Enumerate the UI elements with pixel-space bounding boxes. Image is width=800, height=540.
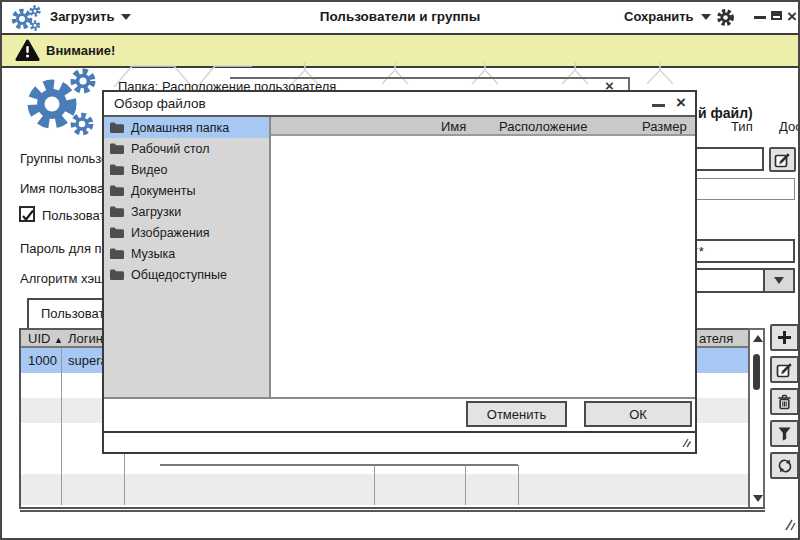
folder-item[interactable]: Документы bbox=[104, 180, 269, 201]
dialog-column-header[interactable]: Доступ bbox=[779, 119, 800, 134]
uid-column-header[interactable]: UID ▲ bbox=[28, 331, 63, 346]
chevron-down-icon bbox=[774, 277, 784, 284]
trash-icon bbox=[777, 394, 792, 410]
folder-icon bbox=[109, 247, 125, 260]
pencil-edit-icon bbox=[776, 361, 794, 378]
delete-user-button[interactable] bbox=[770, 388, 799, 415]
right-column-header-fragment[interactable]: ателя bbox=[699, 331, 733, 346]
dialog-resize-handle[interactable] bbox=[678, 436, 694, 450]
column-divider bbox=[61, 348, 62, 505]
warning-triangle-icon bbox=[15, 39, 40, 62]
main-window: Загрузить Пользователи и группы Сохранит… bbox=[0, 0, 800, 540]
checkmark-icon bbox=[21, 210, 35, 222]
folder-icon bbox=[109, 121, 125, 134]
window-minimize-button[interactable] bbox=[754, 16, 766, 19]
folder-icon bbox=[109, 184, 125, 197]
folder-item-label: Рабочий стол bbox=[131, 142, 209, 156]
chevron-down-icon bbox=[701, 14, 711, 20]
refresh-button[interactable] bbox=[770, 452, 799, 479]
folder-item-label: Музыка bbox=[131, 247, 175, 261]
save-button[interactable]: Сохранить bbox=[624, 9, 711, 24]
sort-ascending-icon: ▲ bbox=[54, 335, 63, 345]
window-maximize-button[interactable] bbox=[771, 11, 782, 20]
scroll-down-icon[interactable] bbox=[753, 495, 763, 502]
scroll-up-icon[interactable] bbox=[753, 335, 763, 342]
dialog-title: Обзор файлов bbox=[114, 96, 206, 111]
table-left-border bbox=[19, 328, 21, 509]
table-row[interactable] bbox=[20, 474, 748, 505]
dialog-column-header[interactable]: Расположение bbox=[499, 119, 587, 134]
folder-icon bbox=[109, 268, 125, 281]
column-divider bbox=[465, 465, 466, 505]
folder-item[interactable]: Общедоступные bbox=[104, 264, 269, 285]
dialog-column-header[interactable]: Тип bbox=[731, 119, 753, 134]
ok-button[interactable]: ОК bbox=[584, 401, 692, 427]
user-checkbox[interactable] bbox=[19, 206, 35, 222]
dialog-minimize-button[interactable] bbox=[652, 104, 665, 107]
cancel-button[interactable]: Отменить bbox=[466, 401, 567, 427]
dialog-close-button[interactable]: × bbox=[676, 93, 686, 113]
login-column-header[interactable]: Логин bbox=[68, 331, 103, 346]
dialog-file-table-header: ИмяРасположениеРазмерТипДоступ bbox=[271, 117, 695, 136]
folder-item[interactable]: Рабочий стол bbox=[104, 138, 269, 159]
table-bottom-divider bbox=[20, 507, 765, 512]
row-uid-cell: 1000 bbox=[28, 353, 57, 368]
dialog-footer-divider bbox=[104, 397, 695, 399]
folder-item[interactable]: Музыка bbox=[104, 243, 269, 264]
dialog-status-divider bbox=[104, 431, 695, 433]
folder-item-label: Изображения bbox=[131, 226, 210, 240]
warning-text: Внимание! bbox=[46, 43, 115, 58]
window-resize-handle[interactable] bbox=[778, 516, 798, 534]
pencil-edit-icon bbox=[774, 151, 792, 168]
folder-item-label: Загрузки bbox=[131, 205, 181, 219]
folder-icon bbox=[109, 142, 125, 155]
dialog-titlebar[interactable]: Обзор файлов × bbox=[104, 92, 695, 117]
folder-item-label: Домашняя папка bbox=[131, 121, 229, 135]
dialog-file-list-area bbox=[271, 136, 695, 398]
folder-item-label: Документы bbox=[131, 184, 195, 198]
dialog-column-header[interactable]: Имя bbox=[441, 119, 466, 134]
folder-item[interactable]: Домашняя папка bbox=[104, 117, 269, 138]
folder-icon bbox=[109, 163, 125, 176]
select-arrow-button bbox=[763, 270, 793, 291]
folder-item-label: Видео bbox=[131, 163, 168, 177]
edit-groups-button[interactable] bbox=[769, 147, 796, 172]
settings-gear-icon[interactable] bbox=[715, 7, 736, 28]
folder-item[interactable]: Изображения bbox=[104, 222, 269, 243]
window-close-button[interactable]: × bbox=[787, 8, 797, 25]
folder-icon bbox=[109, 226, 125, 239]
filter-button[interactable] bbox=[770, 420, 799, 447]
filter-funnel-icon bbox=[777, 426, 792, 441]
folder-item[interactable]: Видео bbox=[104, 159, 269, 180]
toolbar: Загрузить Пользователи и группы Сохранит… bbox=[2, 2, 798, 35]
folder-icon bbox=[109, 205, 125, 218]
column-divider bbox=[518, 465, 519, 505]
folder-item[interactable]: Загрузки bbox=[104, 201, 269, 222]
table-scrollbar[interactable] bbox=[748, 328, 765, 509]
scrollbar-thumb[interactable] bbox=[753, 354, 760, 390]
folder-item-label: Общедоступные bbox=[131, 268, 227, 282]
dialog-column-header[interactable]: Размер bbox=[642, 119, 687, 134]
edit-user-button[interactable] bbox=[770, 356, 799, 383]
column-divider bbox=[374, 465, 375, 505]
plus-icon bbox=[777, 330, 792, 345]
save-button-label: Сохранить bbox=[624, 9, 694, 24]
refresh-icon bbox=[777, 458, 793, 474]
dialog-folder-list: Домашняя папкаРабочий столВидеоДокументы… bbox=[104, 117, 271, 398]
add-user-button[interactable] bbox=[770, 324, 799, 351]
file-browser-dialog: Обзор файлов × Домашняя папкаРабочий сто… bbox=[102, 90, 697, 454]
app-logo-large-gears bbox=[16, 64, 102, 142]
